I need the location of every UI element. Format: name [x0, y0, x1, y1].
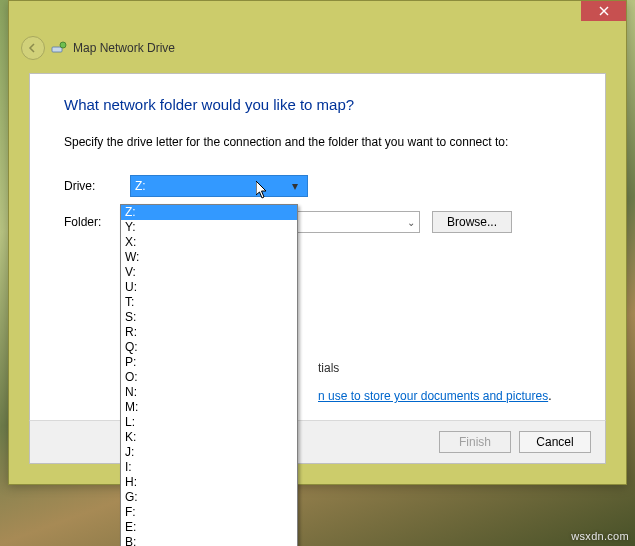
instruction-text: Specify the drive letter for the connect…: [64, 135, 571, 149]
page-heading: What network folder would you like to ma…: [64, 96, 571, 113]
close-icon: [599, 6, 609, 16]
watermark: wsxdn.com: [571, 530, 629, 542]
drive-option[interactable]: S:: [121, 310, 297, 325]
drive-option[interactable]: R:: [121, 325, 297, 340]
svg-point-3: [60, 42, 66, 48]
header-row: Map Network Drive: [9, 32, 626, 64]
drive-option[interactable]: U:: [121, 280, 297, 295]
window-title: Map Network Drive: [73, 41, 175, 55]
drive-option[interactable]: F:: [121, 505, 297, 520]
network-drive-icon: [51, 40, 67, 56]
drive-option[interactable]: J:: [121, 445, 297, 460]
drive-option[interactable]: V:: [121, 265, 297, 280]
browse-button[interactable]: Browse...: [432, 211, 512, 233]
drive-option[interactable]: Q:: [121, 340, 297, 355]
finish-button: Finish: [439, 431, 511, 453]
storage-link-partial: n use to store your documents and pictur…: [318, 389, 551, 403]
drive-combobox[interactable]: Z: ▾: [130, 175, 308, 197]
drive-option[interactable]: I:: [121, 460, 297, 475]
client-area: What network folder would you like to ma…: [29, 73, 606, 464]
chevron-down-icon: ⌄: [407, 217, 415, 228]
drive-option[interactable]: L:: [121, 415, 297, 430]
back-arrow-icon: [27, 42, 39, 54]
chevron-down-icon: ▾: [287, 179, 303, 193]
svg-rect-2: [52, 47, 62, 52]
drive-option[interactable]: X:: [121, 235, 297, 250]
drive-option[interactable]: W:: [121, 250, 297, 265]
wizard-window: Map Network Drive What network folder wo…: [8, 0, 627, 485]
cancel-button[interactable]: Cancel: [519, 431, 591, 453]
drive-option[interactable]: Y:: [121, 220, 297, 235]
drive-option[interactable]: H:: [121, 475, 297, 490]
drive-option[interactable]: K:: [121, 430, 297, 445]
drive-selected-value: Z:: [135, 179, 287, 193]
drive-option[interactable]: Z:: [121, 205, 297, 220]
drive-dropdown-list[interactable]: Z:Y:X:W:V:U:T:S:R:Q:P:O:N:M:L:K:J:I:H:G:…: [120, 204, 298, 546]
drive-option[interactable]: E:: [121, 520, 297, 535]
drive-option[interactable]: B:: [121, 535, 297, 546]
close-button[interactable]: [581, 1, 626, 21]
drive-option[interactable]: G:: [121, 490, 297, 505]
button-bar: Finish Cancel: [29, 420, 606, 464]
drive-row: Drive: Z: ▾: [64, 175, 571, 197]
storage-link[interactable]: n use to store your documents and pictur…: [318, 389, 548, 403]
drive-option[interactable]: O:: [121, 370, 297, 385]
back-button[interactable]: [21, 36, 45, 60]
drive-label: Drive:: [64, 179, 130, 193]
drive-option[interactable]: T:: [121, 295, 297, 310]
drive-option[interactable]: N:: [121, 385, 297, 400]
drive-option[interactable]: P:: [121, 355, 297, 370]
drive-option[interactable]: M:: [121, 400, 297, 415]
titlebar: [9, 1, 626, 32]
credentials-text-partial: tials: [318, 361, 339, 375]
